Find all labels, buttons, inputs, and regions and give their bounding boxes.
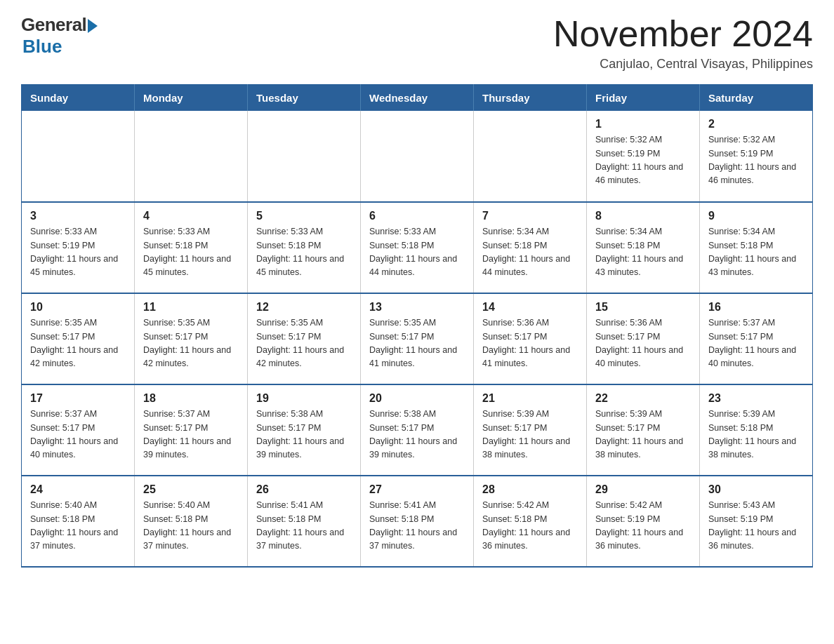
calendar-day-cell: 5Sunrise: 5:33 AM Sunset: 5:18 PM Daylig… <box>248 202 361 293</box>
calendar-day-cell: 17Sunrise: 5:37 AM Sunset: 5:17 PM Dayli… <box>22 384 135 476</box>
calendar-day-cell: 30Sunrise: 5:43 AM Sunset: 5:19 PM Dayli… <box>700 476 813 567</box>
day-info: Sunrise: 5:34 AM Sunset: 5:18 PM Dayligh… <box>482 225 578 280</box>
day-number: 27 <box>369 483 465 496</box>
calendar-day-cell: 11Sunrise: 5:35 AM Sunset: 5:17 PM Dayli… <box>135 293 248 384</box>
day-info: Sunrise: 5:32 AM Sunset: 5:19 PM Dayligh… <box>595 133 691 188</box>
calendar-day-cell: 24Sunrise: 5:40 AM Sunset: 5:18 PM Dayli… <box>22 476 135 567</box>
logo-general-text: General <box>21 14 86 36</box>
day-info: Sunrise: 5:37 AM Sunset: 5:17 PM Dayligh… <box>708 316 804 371</box>
day-number: 1 <box>595 118 691 130</box>
day-number: 11 <box>143 301 239 314</box>
day-number: 3 <box>30 210 126 222</box>
day-info: Sunrise: 5:35 AM Sunset: 5:17 PM Dayligh… <box>30 316 126 371</box>
day-number: 12 <box>256 301 352 314</box>
day-info: Sunrise: 5:36 AM Sunset: 5:17 PM Dayligh… <box>482 316 578 371</box>
day-info: Sunrise: 5:39 AM Sunset: 5:17 PM Dayligh… <box>595 408 691 462</box>
calendar-day-cell <box>248 111 361 202</box>
day-info: Sunrise: 5:38 AM Sunset: 5:17 PM Dayligh… <box>369 408 465 462</box>
calendar-day-cell: 2Sunrise: 5:32 AM Sunset: 5:19 PM Daylig… <box>700 111 813 202</box>
day-info: Sunrise: 5:40 AM Sunset: 5:18 PM Dayligh… <box>143 499 239 554</box>
logo-blue-text: Blue <box>22 36 62 58</box>
day-number: 30 <box>708 483 804 496</box>
day-number: 8 <box>595 210 691 222</box>
day-info: Sunrise: 5:39 AM Sunset: 5:18 PM Dayligh… <box>708 408 804 462</box>
logo-arrow-icon <box>88 19 98 33</box>
weekday-header: Sunday <box>22 85 135 112</box>
day-info: Sunrise: 5:37 AM Sunset: 5:17 PM Dayligh… <box>143 408 239 462</box>
day-info: Sunrise: 5:42 AM Sunset: 5:19 PM Dayligh… <box>595 499 691 554</box>
day-number: 19 <box>256 392 352 405</box>
day-info: Sunrise: 5:35 AM Sunset: 5:17 PM Dayligh… <box>369 316 465 371</box>
calendar-day-cell: 20Sunrise: 5:38 AM Sunset: 5:17 PM Dayli… <box>361 384 474 476</box>
calendar-day-cell <box>22 111 135 202</box>
day-number: 4 <box>143 210 239 222</box>
day-info: Sunrise: 5:35 AM Sunset: 5:17 PM Dayligh… <box>143 316 239 371</box>
calendar-day-cell <box>361 111 474 202</box>
day-number: 16 <box>708 301 804 314</box>
calendar-day-cell: 16Sunrise: 5:37 AM Sunset: 5:17 PM Dayli… <box>700 293 813 384</box>
day-info: Sunrise: 5:35 AM Sunset: 5:17 PM Dayligh… <box>256 316 352 371</box>
day-number: 24 <box>30 483 126 496</box>
day-number: 5 <box>256 210 352 222</box>
day-number: 22 <box>595 392 691 405</box>
day-number: 13 <box>369 301 465 314</box>
calendar-day-cell: 29Sunrise: 5:42 AM Sunset: 5:19 PM Dayli… <box>587 476 700 567</box>
calendar-day-cell: 13Sunrise: 5:35 AM Sunset: 5:17 PM Dayli… <box>361 293 474 384</box>
day-number: 17 <box>30 392 126 405</box>
day-number: 15 <box>595 301 691 314</box>
weekday-header: Thursday <box>474 85 587 112</box>
day-number: 18 <box>143 392 239 405</box>
day-info: Sunrise: 5:34 AM Sunset: 5:18 PM Dayligh… <box>595 225 691 280</box>
calendar-day-cell: 18Sunrise: 5:37 AM Sunset: 5:17 PM Dayli… <box>135 384 248 476</box>
calendar-header-row: SundayMondayTuesdayWednesdayThursdayFrid… <box>22 85 813 112</box>
weekday-header: Monday <box>135 85 248 112</box>
weekday-header: Friday <box>587 85 700 112</box>
calendar-week-row: 24Sunrise: 5:40 AM Sunset: 5:18 PM Dayli… <box>22 476 813 567</box>
day-info: Sunrise: 5:38 AM Sunset: 5:17 PM Dayligh… <box>256 408 352 462</box>
day-number: 7 <box>482 210 578 222</box>
calendar-day-cell: 15Sunrise: 5:36 AM Sunset: 5:17 PM Dayli… <box>587 293 700 384</box>
calendar-day-cell: 26Sunrise: 5:41 AM Sunset: 5:18 PM Dayli… <box>248 476 361 567</box>
location-subtitle: Canjulao, Central Visayas, Philippines <box>553 57 813 72</box>
calendar-day-cell <box>474 111 587 202</box>
day-number: 2 <box>708 118 804 130</box>
day-number: 14 <box>482 301 578 314</box>
day-number: 21 <box>482 392 578 405</box>
day-number: 26 <box>256 483 352 496</box>
weekday-header: Wednesday <box>361 85 474 112</box>
main-title: November 2024 <box>553 14 813 54</box>
page-header: General Blue November 2024 Canjulao, Cen… <box>21 14 813 72</box>
day-number: 9 <box>708 210 804 222</box>
calendar-day-cell: 27Sunrise: 5:41 AM Sunset: 5:18 PM Dayli… <box>361 476 474 567</box>
calendar-day-cell: 10Sunrise: 5:35 AM Sunset: 5:17 PM Dayli… <box>22 293 135 384</box>
day-number: 10 <box>30 301 126 314</box>
day-info: Sunrise: 5:42 AM Sunset: 5:18 PM Dayligh… <box>482 499 578 554</box>
calendar-week-row: 1Sunrise: 5:32 AM Sunset: 5:19 PM Daylig… <box>22 111 813 202</box>
day-number: 23 <box>708 392 804 405</box>
calendar-day-cell: 8Sunrise: 5:34 AM Sunset: 5:18 PM Daylig… <box>587 202 700 293</box>
calendar-table: SundayMondayTuesdayWednesdayThursdayFrid… <box>21 84 813 568</box>
calendar-day-cell: 6Sunrise: 5:33 AM Sunset: 5:18 PM Daylig… <box>361 202 474 293</box>
weekday-header: Saturday <box>700 85 813 112</box>
day-info: Sunrise: 5:37 AM Sunset: 5:17 PM Dayligh… <box>30 408 126 462</box>
calendar-week-row: 10Sunrise: 5:35 AM Sunset: 5:17 PM Dayli… <box>22 293 813 384</box>
calendar-day-cell: 4Sunrise: 5:33 AM Sunset: 5:18 PM Daylig… <box>135 202 248 293</box>
calendar-day-cell: 9Sunrise: 5:34 AM Sunset: 5:18 PM Daylig… <box>700 202 813 293</box>
calendar-day-cell: 23Sunrise: 5:39 AM Sunset: 5:18 PM Dayli… <box>700 384 813 476</box>
calendar-day-cell: 1Sunrise: 5:32 AM Sunset: 5:19 PM Daylig… <box>587 111 700 202</box>
weekday-header: Tuesday <box>248 85 361 112</box>
calendar-day-cell: 22Sunrise: 5:39 AM Sunset: 5:17 PM Dayli… <box>587 384 700 476</box>
calendar-day-cell: 19Sunrise: 5:38 AM Sunset: 5:17 PM Dayli… <box>248 384 361 476</box>
day-info: Sunrise: 5:33 AM Sunset: 5:18 PM Dayligh… <box>143 225 239 280</box>
day-number: 20 <box>369 392 465 405</box>
day-info: Sunrise: 5:33 AM Sunset: 5:18 PM Dayligh… <box>369 225 465 280</box>
calendar-day-cell <box>135 111 248 202</box>
logo: General Blue <box>21 14 98 58</box>
day-number: 29 <box>595 483 691 496</box>
calendar-day-cell: 25Sunrise: 5:40 AM Sunset: 5:18 PM Dayli… <box>135 476 248 567</box>
day-info: Sunrise: 5:41 AM Sunset: 5:18 PM Dayligh… <box>256 499 352 554</box>
day-number: 28 <box>482 483 578 496</box>
day-info: Sunrise: 5:39 AM Sunset: 5:17 PM Dayligh… <box>482 408 578 462</box>
day-info: Sunrise: 5:43 AM Sunset: 5:19 PM Dayligh… <box>708 499 804 554</box>
calendar-day-cell: 7Sunrise: 5:34 AM Sunset: 5:18 PM Daylig… <box>474 202 587 293</box>
